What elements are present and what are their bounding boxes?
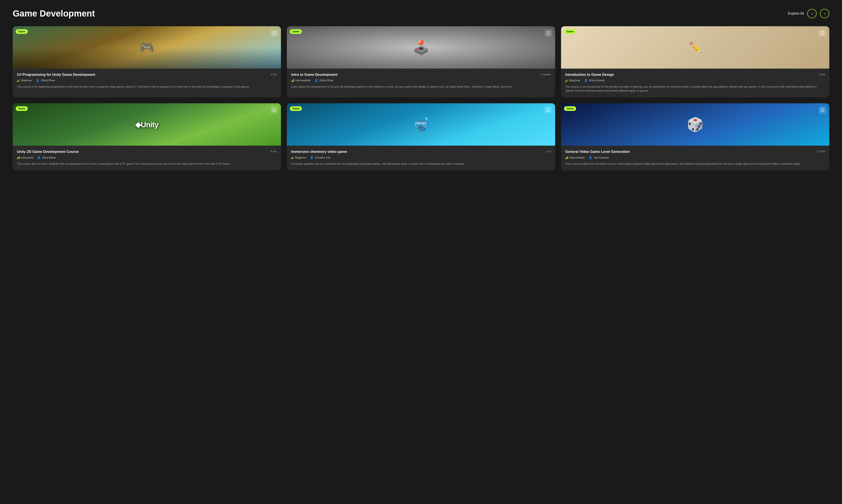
card-level-gen[interactable]: 🎲 Game General Video Game Level Generati… [561, 103, 829, 170]
level-icon-chemistry-video [291, 156, 294, 159]
card-title-level-gen: General Video Game Level Generation [565, 149, 814, 154]
level-icon-csharp-unity [17, 79, 20, 82]
card-duration-csharp-unity: 2 hrs [271, 73, 277, 76]
card-duration-level-gen: 1.5 hrs [817, 150, 825, 153]
card-description-unity-2d: This course aims to teach students with … [17, 162, 277, 166]
author-icon-intro-game-dev: 👤 [315, 79, 318, 82]
game-badge-chemistry-video: Game [290, 106, 302, 111]
card-meta-level-gen: Intermediate 👤 Joe Kastumi [565, 156, 825, 159]
author-name-chemistry-video: Candice Lim [315, 156, 330, 159]
card-image-unity-2d: ◆Unity Game [13, 103, 281, 146]
level-icon-intro-game-design [565, 79, 568, 82]
card-body-chemistry-video: Immersive chemistry video game 1 hr Begi… [287, 146, 555, 170]
bookmark-button-csharp-unity[interactable] [270, 29, 278, 37]
header-right: Explore All ‹ › [788, 9, 829, 18]
card-title-row: General Video Game Level Generation 1.5 … [565, 149, 825, 154]
game-badge-intro-game-dev: Game [290, 29, 302, 34]
card-meta-chemistry-video: Beginner 👤 Candice Lim [291, 156, 551, 159]
card-body-csharp-unity: C# Programming for Unity Game Developmen… [13, 69, 281, 93]
level-label-intro-game-design: Beginner [569, 79, 580, 82]
author-icon-chemistry-video: 👤 [310, 156, 313, 159]
card-meta-intro-game-dev: Intermediate 👤 Olivia Rhye [291, 79, 551, 82]
card-body-unity-2d: Unity 2D Game Development Course 5 hrs A… [13, 146, 281, 170]
meta-level-unity-2d: Advanced [17, 156, 33, 159]
card-title-row: Immersive chemistry video game 1 hr [291, 149, 551, 154]
card-duration-intro-game-dev: 2 weeks [541, 73, 551, 76]
card-title-row: Intro to Game Development 2 weeks [291, 72, 551, 77]
card-description-chemistry-video: Computer graphics can be a powerful tool… [291, 162, 551, 166]
game-badge-intro-game-design: Game [564, 29, 576, 34]
card-body-level-gen: General Video Game Level Generation 1.5 … [561, 146, 829, 170]
meta-author-chemistry-video: 👤 Candice Lim [310, 156, 330, 159]
card-description-csharp-unity: This course is for beginning programmers… [17, 85, 277, 89]
explore-all-link[interactable]: Explore All [788, 12, 804, 15]
meta-author-intro-game-design: 👤 Khris Amanli [584, 79, 605, 82]
card-title-row: Unity 2D Game Development Course 5 hrs [17, 149, 277, 154]
prev-button[interactable]: ‹ [807, 9, 817, 18]
next-button[interactable]: › [820, 9, 829, 18]
author-icon-csharp-unity: 👤 [36, 79, 39, 82]
meta-author-csharp-unity: 👤 Olivia Rhye [36, 79, 55, 82]
bookmark-icon [272, 108, 276, 112]
meta-author-level-gen: 👤 Joe Kastumi [589, 156, 609, 159]
bookmark-icon [821, 108, 824, 112]
author-name-level-gen: Joe Kastumi [593, 156, 609, 159]
game-badge-csharp-unity: Game [16, 29, 28, 34]
author-name-intro-game-dev: Olivia Rhye [319, 79, 334, 82]
level-icon-intro-game-dev [291, 79, 294, 82]
meta-level-level-gen: Intermediate [565, 156, 585, 159]
cards-grid: 🎮 Game C# Programming for Unity Game Dev… [13, 26, 829, 170]
card-title-row: Introduction to Game Design 2 hrs [565, 72, 825, 77]
card-duration-unity-2d: 5 hrs [271, 150, 277, 153]
card-chemistry-video[interactable]: 🤿 Game Immersive chemistry video game 1 … [287, 103, 555, 170]
author-name-csharp-unity: Olivia Rhye [41, 79, 55, 82]
meta-level-csharp-unity: Beginner [17, 79, 32, 82]
bookmark-button-intro-game-dev[interactable] [544, 29, 552, 37]
card-title-intro-game-dev: Intro to Game Development [291, 72, 538, 77]
card-description-level-gen: This course is about the framework and a… [565, 162, 825, 166]
level-icon-unity-2d [17, 156, 20, 159]
meta-level-intro-game-design: Beginner [565, 79, 580, 82]
level-label-csharp-unity: Beginner [21, 79, 32, 82]
card-image-intro-game-design: ✏️ Game [561, 26, 829, 69]
card-meta-intro-game-design: Beginner 👤 Khris Amanli [565, 79, 825, 82]
card-meta-unity-2d: Advanced 👤 Alice Baker [17, 156, 277, 159]
bookmark-button-intro-game-design[interactable] [819, 29, 826, 37]
card-description-intro-game-dev: Learn about the development of 2D and 3D… [291, 85, 551, 89]
card-title-row: C# Programming for Unity Game Developmen… [17, 72, 277, 77]
card-body-intro-game-dev: Intro to Game Development 2 weeks Interm… [287, 69, 555, 93]
bookmark-icon [272, 31, 276, 35]
author-icon-unity-2d: 👤 [37, 156, 41, 159]
bookmark-icon [547, 108, 550, 112]
card-duration-intro-game-design: 2 hrs [819, 73, 825, 76]
bookmark-button-unity-2d[interactable] [270, 106, 278, 114]
bookmark-button-level-gen[interactable] [819, 106, 826, 114]
bookmark-icon [547, 31, 550, 35]
author-icon-intro-game-design: 👤 [584, 79, 588, 82]
level-label-unity-2d: Advanced [21, 156, 33, 159]
bookmark-icon [821, 31, 824, 35]
level-label-level-gen: Intermediate [569, 156, 585, 159]
card-intro-game-design[interactable]: ✏️ Game Introduction to Game Design 2 hr… [561, 26, 829, 97]
card-title-csharp-unity: C# Programming for Unity Game Developmen… [17, 72, 268, 77]
card-title-intro-game-design: Introduction to Game Design [565, 72, 817, 77]
card-meta-csharp-unity: Beginner 👤 Olivia Rhye [17, 79, 277, 82]
game-badge-unity-2d: Game [16, 106, 28, 111]
card-intro-game-dev[interactable]: 🕹️ Game Intro to Game Development 2 week… [287, 26, 555, 97]
level-label-chemistry-video: Beginner [295, 156, 306, 159]
meta-level-intro-game-dev: Intermediate [291, 79, 310, 82]
card-unity-2d[interactable]: ◆Unity Game Unity 2D Game Development Co… [13, 103, 281, 170]
card-duration-chemistry-video: 1 hr [546, 150, 551, 153]
card-title-unity-2d: Unity 2D Game Development Course [17, 149, 268, 154]
level-icon-level-gen [565, 156, 568, 159]
card-body-intro-game-design: Introduction to Game Design 2 hrs Beginn… [561, 69, 829, 97]
card-csharp-unity[interactable]: 🎮 Game C# Programming for Unity Game Dev… [13, 26, 281, 97]
card-image-intro-game-dev: 🕹️ Game [287, 26, 555, 69]
meta-author-intro-game-dev: 👤 Olivia Rhye [315, 79, 334, 82]
bookmark-button-chemistry-video[interactable] [544, 106, 552, 114]
author-name-unity-2d: Alice Baker [42, 156, 56, 159]
page-header: Game Development Explore All ‹ › [13, 8, 829, 19]
meta-level-chemistry-video: Beginner [291, 156, 306, 159]
card-image-chemistry-video: 🤿 Game [287, 103, 555, 146]
card-title-chemistry-video: Immersive chemistry video game [291, 149, 544, 154]
